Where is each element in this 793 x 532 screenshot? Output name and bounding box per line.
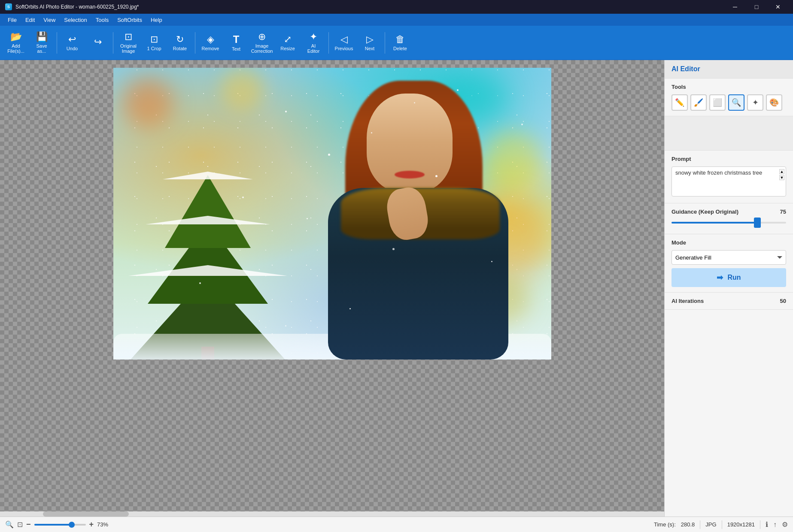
canvas-area: [0, 60, 664, 517]
save-as-button[interactable]: 💾 Saveas...: [29, 28, 54, 58]
sep4: [328, 32, 329, 54]
menu-file[interactable]: File: [3, 15, 21, 25]
image-correction-icon: ⊕: [258, 32, 266, 42]
scrollbar-thumb[interactable]: [43, 511, 129, 517]
run-button[interactable]: ➡ Run: [671, 268, 786, 287]
menu-help[interactable]: Help: [146, 15, 167, 25]
zoom-thumb[interactable]: [69, 522, 75, 528]
lasso-tool-button[interactable]: 🔍: [728, 94, 744, 111]
zoom-plus-button[interactable]: +: [89, 520, 94, 529]
prompt-label: Prompt: [671, 156, 786, 162]
redo-button[interactable]: ↪: [85, 28, 110, 58]
minimize-button[interactable]: ─: [725, 0, 745, 14]
rotate-label: Rotate: [173, 46, 187, 51]
menubar: File Edit View Selection Tools SoftOrbit…: [0, 14, 793, 26]
horizontal-scrollbar[interactable]: [0, 511, 664, 517]
gradient-tool-button[interactable]: 🎨: [766, 94, 782, 111]
status-divider-2: [722, 520, 722, 529]
next-button[interactable]: ▷ Next: [357, 28, 382, 58]
app-logo: S: [5, 3, 12, 10]
previous-button[interactable]: ◁ Previous: [331, 28, 356, 58]
panel-title: AI Editor: [671, 65, 700, 73]
iterations-value: 50: [780, 298, 786, 304]
zoom-minus-button[interactable]: −: [26, 520, 31, 529]
status-left: 🔍 ⊡ − + 73%: [5, 520, 114, 529]
photo-canvas: [113, 68, 551, 360]
add-files-button[interactable]: 📂 AddFile(s)...: [3, 28, 28, 58]
pencil-tool-button[interactable]: ✏️: [671, 94, 688, 111]
settings-icon[interactable]: ⚙: [782, 520, 788, 529]
crop-button[interactable]: ⊡ 1 Crop: [142, 28, 167, 58]
format-label: JPG: [705, 521, 716, 528]
mode-label: Mode: [671, 239, 786, 246]
undo-label: Undo: [67, 46, 78, 51]
smart-select-button[interactable]: ✦: [747, 94, 763, 111]
sep2: [113, 32, 113, 54]
guidance-slider[interactable]: [671, 218, 786, 227]
status-divider-3: [760, 520, 760, 529]
menu-view[interactable]: View: [39, 15, 60, 25]
delete-button[interactable]: 🗑 Delete: [388, 28, 413, 58]
sep5: [385, 32, 385, 54]
info-icon[interactable]: ℹ: [766, 520, 768, 529]
menu-softorbits[interactable]: SoftOrbits: [113, 15, 146, 25]
slider-thumb[interactable]: [754, 218, 761, 228]
iterations-section: AI Iterations 50: [665, 293, 793, 310]
ai-editor-button[interactable]: ✦ AIEditor: [301, 28, 326, 58]
menu-selection[interactable]: Selection: [60, 15, 91, 25]
rect-select-button[interactable]: ⬜: [709, 94, 726, 111]
zoom-actual-icon[interactable]: ⊡: [17, 520, 23, 529]
slider-fill: [671, 222, 757, 224]
resize-button[interactable]: ⤢ Resize: [275, 28, 300, 58]
guidance-section: Guidance (Keep Original) 75: [665, 203, 793, 234]
tools-label: Tools: [671, 84, 786, 90]
prompt-input[interactable]: [671, 166, 786, 196]
next-label: Next: [365, 46, 375, 51]
prompt-container: ▲ ▼: [671, 166, 786, 198]
prompt-scroll-down[interactable]: ▼: [779, 175, 784, 180]
remove-icon: ◈: [207, 35, 214, 44]
text-label: Text: [232, 46, 240, 51]
share-icon[interactable]: ↑: [773, 521, 777, 529]
prompt-section: Prompt ▲ ▼: [665, 151, 793, 203]
mode-select[interactable]: Generative Fill Inpainting Outpainting: [671, 250, 786, 265]
tree-snow-bottom: [128, 265, 287, 276]
zoom-fit-icon[interactable]: 🔍: [5, 520, 14, 529]
menu-edit[interactable]: Edit: [21, 15, 39, 25]
titlebar: S SoftOrbits AI Photo Editor - woman-600…: [0, 0, 793, 14]
text-button[interactable]: T Text: [224, 28, 249, 58]
rotate-button[interactable]: ↻ Rotate: [167, 28, 192, 58]
redo-icon: ↪: [94, 37, 102, 47]
lips: [395, 171, 425, 178]
resize-label: Resize: [280, 46, 295, 51]
brush-tool-button[interactable]: 🖌️: [690, 94, 707, 111]
guidance-value: 75: [780, 209, 786, 215]
ai-editor-icon: ✦: [310, 32, 317, 42]
original-image-button[interactable]: ⊡ OriginalImage: [116, 28, 141, 58]
save-icon: 💾: [36, 32, 48, 42]
close-button[interactable]: ✕: [768, 0, 788, 14]
next-icon: ▷: [366, 35, 374, 44]
delete-label: Delete: [393, 46, 407, 51]
zoom-display: 73%: [97, 521, 114, 528]
original-label: OriginalImage: [120, 43, 137, 54]
sep3: [195, 32, 195, 54]
resize-icon: ⤢: [284, 35, 292, 44]
zoom-slider[interactable]: [34, 524, 86, 526]
run-arrow-icon: ➡: [717, 273, 723, 282]
titlebar-left: S SoftOrbits AI Photo Editor - woman-600…: [5, 3, 139, 10]
zoom-track: [34, 524, 86, 526]
preview-section: [665, 116, 793, 151]
remove-button[interactable]: ◈ Remove: [198, 28, 223, 58]
rotate-icon: ↻: [176, 35, 184, 44]
image-correction-button[interactable]: ⊕ ImageCorrection: [249, 28, 274, 58]
iterations-row: AI Iterations 50: [671, 298, 786, 304]
titlebar-controls: ─ □ ✕: [725, 0, 788, 14]
undo-icon: ↩: [68, 35, 76, 44]
prompt-scroll-up[interactable]: ▲: [779, 169, 784, 174]
woman-area: [302, 68, 551, 360]
maximize-button[interactable]: □: [747, 0, 766, 14]
undo-button[interactable]: ↩ Undo: [60, 28, 85, 58]
menu-tools[interactable]: Tools: [91, 15, 113, 25]
previous-label: Previous: [335, 46, 353, 51]
